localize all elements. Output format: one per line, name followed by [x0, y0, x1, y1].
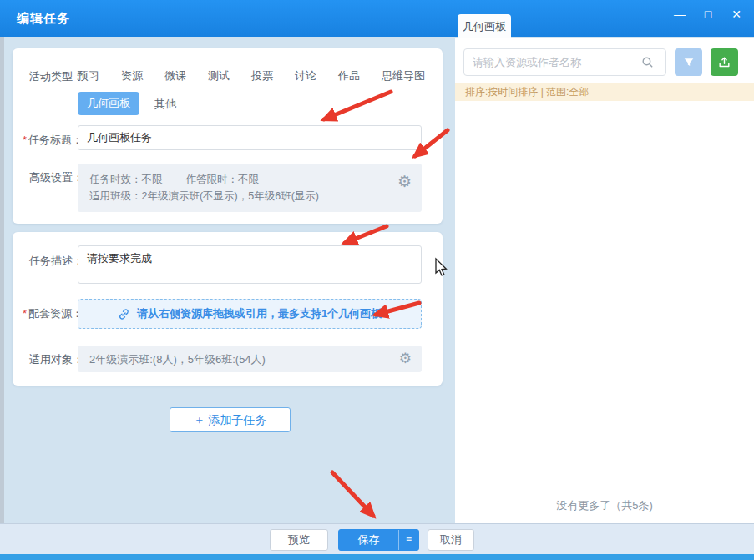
- activity-option-mindmap[interactable]: 思维导图: [382, 68, 425, 83]
- search-icon[interactable]: [640, 55, 655, 69]
- task-content-card: 任务描述： 请按要求完成 *配套资源： 请从右侧资源库拖拽或引用，最多支持1个几…: [13, 232, 443, 386]
- save-options-icon[interactable]: ≡: [398, 530, 418, 550]
- advanced-settings-gear-icon[interactable]: ⚙: [397, 174, 412, 189]
- task-settings-card: 活动类型： 预习 资源 微课 测试 投票 讨论 作品 思维导图 几何画板 其他 …: [13, 48, 443, 224]
- activity-option-other[interactable]: 其他: [154, 97, 176, 112]
- link-icon: [118, 308, 130, 320]
- applicable-class-text: 适用班级：2年级演示班(不显示)，5年级6班(显示): [89, 188, 410, 204]
- upload-button[interactable]: [711, 48, 738, 76]
- activity-option-sketchpad-selected[interactable]: 几何画板: [78, 92, 139, 115]
- task-title-input[interactable]: [78, 125, 422, 150]
- activity-option-preview[interactable]: 预习: [78, 68, 99, 83]
- task-title-label: *任务标题：: [23, 133, 83, 148]
- activity-type-label: 活动类型：: [29, 69, 83, 84]
- no-more-text: 没有更多了（共5条): [455, 498, 754, 513]
- audience-label: 适用对象：: [29, 352, 83, 367]
- tab-sketchpad[interactable]: 几何画板: [458, 14, 511, 38]
- activity-option-work[interactable]: 作品: [338, 68, 360, 83]
- description-textarea[interactable]: 请按要求完成: [78, 245, 422, 284]
- app-window: { "window": { "title": "编辑任务", "controls…: [0, 0, 754, 560]
- sort-status-bar: 排序:按时间排序 | 范围:全部: [455, 83, 754, 101]
- dialog-title: 编辑任务: [17, 11, 70, 27]
- answer-limit-text: 作答限时：不限: [186, 174, 260, 185]
- required-marker: *: [23, 307, 27, 320]
- activity-option-test[interactable]: 测试: [208, 68, 230, 83]
- advanced-settings-summary: 任务时效：不限作答限时：不限 适用班级：2年级演示班(不显示)，5年级6班(显示…: [78, 164, 422, 212]
- resource-hint-text: 请从右侧资源库拖拽或引用，最多支持1个几何画板: [137, 306, 382, 321]
- window-controls: — □ ✕: [672, 7, 744, 22]
- funnel-icon: [682, 56, 696, 69]
- resource-panel: 排序:按时间排序 | 范围:全部 没有更多了（共5条): [455, 38, 754, 523]
- audience-summary: 2年级演示班:(8人)，5年级6班:(54人) ⚙: [78, 346, 422, 372]
- activity-option-resource[interactable]: 资源: [121, 68, 143, 83]
- search-input[interactable]: [463, 48, 666, 76]
- activity-option-microlesson[interactable]: 微课: [164, 68, 186, 83]
- cancel-button[interactable]: 取消: [428, 529, 474, 551]
- activity-option-vote[interactable]: 投票: [251, 68, 273, 83]
- activity-type-options: 预习 资源 微课 测试 投票 讨论 作品 思维导图: [78, 68, 425, 83]
- audience-text: 2年级演示班:(8人)，5年级6班:(54人): [89, 353, 266, 366]
- resource-drop-zone[interactable]: 请从右侧资源库拖拽或引用，最多支持1个几何画板: [78, 299, 422, 329]
- save-button[interactable]: 保存 ≡: [338, 529, 419, 551]
- filter-button[interactable]: [675, 48, 702, 76]
- edit-task-dialog: 活动类型： 预习 资源 微课 测试 投票 讨论 作品 思维导图 几何画板 其他 …: [4, 37, 455, 523]
- task-duration-text: 任务时效：不限: [89, 174, 163, 185]
- audience-gear-icon[interactable]: ⚙: [399, 351, 412, 366]
- advanced-settings-label: 高级设置：: [29, 170, 83, 185]
- add-subtask-button[interactable]: ＋ 添加子任务: [170, 407, 291, 432]
- close-button[interactable]: ✕: [729, 7, 744, 22]
- preview-button[interactable]: 预览: [270, 529, 328, 551]
- description-label: 任务描述：: [29, 254, 83, 269]
- required-marker: *: [23, 134, 27, 146]
- footer-bar: 预览 保存 ≡ 取消: [0, 523, 754, 554]
- title-bar: 编辑任务 — □ ✕: [0, 0, 754, 37]
- resource-label: *配套资源：: [23, 306, 83, 321]
- minimize-button[interactable]: —: [672, 7, 687, 22]
- maximize-button[interactable]: □: [701, 7, 716, 22]
- upload-icon: [717, 55, 731, 69]
- bottom-edge-strip: [0, 554, 754, 560]
- activity-option-discussion[interactable]: 讨论: [295, 68, 316, 83]
